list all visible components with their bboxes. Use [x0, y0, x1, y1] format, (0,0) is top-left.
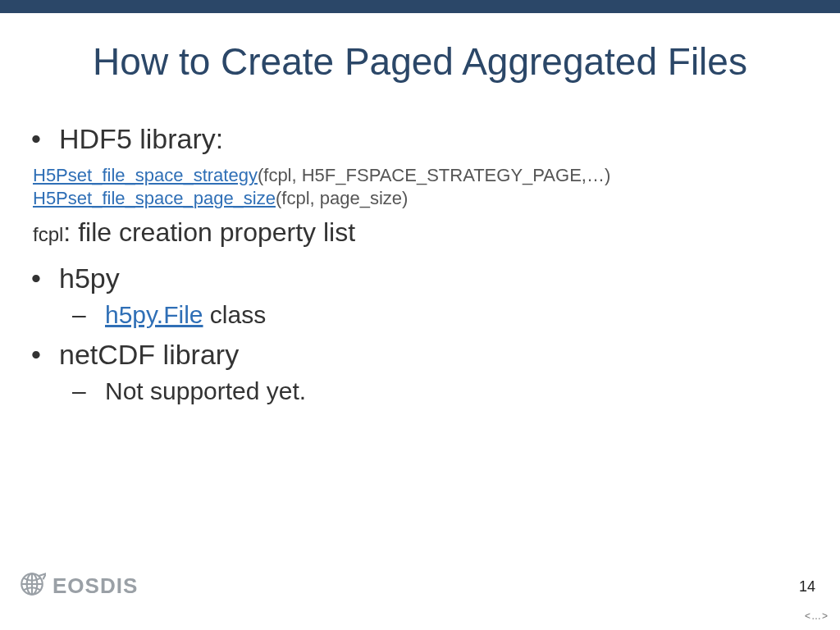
overflow-hint: <…> — [805, 610, 829, 622]
definition-text: : file creation property list — [63, 217, 355, 247]
subitem-netcdf-unsupported: Not supported yet. — [59, 377, 807, 405]
sublist-netcdf: Not supported yet. — [59, 377, 807, 405]
globe-icon — [18, 570, 46, 601]
code-line-2: H5Pset_file_space_page_size(fcpl, page_s… — [25, 188, 807, 209]
bullet-h5py-label: h5py — [59, 262, 120, 294]
subitem-h5py-rest: class — [203, 301, 267, 328]
definition-term: fcpl — [33, 223, 63, 245]
link-h5py-file[interactable]: h5py.File — [105, 301, 203, 328]
page-number: 14 — [799, 578, 815, 596]
subitem-netcdf-text: Not supported yet. — [105, 377, 306, 404]
definition-fcpl: fcpl: file creation property list — [25, 217, 807, 248]
bullet-h5py: h5py h5py.File class — [25, 262, 807, 329]
bullet-netcdf: netCDF library Not supported yet. — [25, 339, 807, 405]
top-accent-bar — [0, 0, 840, 13]
footer-logo: EOSDIS — [18, 570, 138, 601]
sublist-h5py: h5py.File class — [59, 301, 807, 329]
slide: How to Create Paged Aggregated Files HDF… — [0, 0, 840, 630]
code-line-2-rest: (fcpl, page_size) — [276, 188, 408, 208]
bullet-hdf5: HDF5 library: — [25, 123, 807, 155]
slide-content: HDF5 library: H5Pset_file_space_strategy… — [25, 123, 807, 415]
slide-title: How to Create Paged Aggregated Files — [0, 39, 840, 84]
footer-brand-text: EOSDIS — [52, 573, 138, 599]
link-h5pset-strategy[interactable]: H5Pset_file_space_strategy — [33, 165, 258, 185]
bullet-hdf5-label: HDF5 library: — [59, 123, 223, 154]
bullet-list: HDF5 library: H5Pset_file_space_strategy… — [25, 123, 807, 405]
code-line-1: H5Pset_file_space_strategy(fcpl, H5F_FSP… — [25, 165, 807, 186]
code-line-1-rest: (fcpl, H5F_FSPACE_STRATEGY_PAGE,…) — [258, 165, 610, 185]
subitem-h5py-file: h5py.File class — [59, 301, 807, 329]
link-h5pset-pagesize[interactable]: H5Pset_file_space_page_size — [33, 188, 276, 208]
bullet-netcdf-label: netCDF library — [59, 339, 239, 370]
